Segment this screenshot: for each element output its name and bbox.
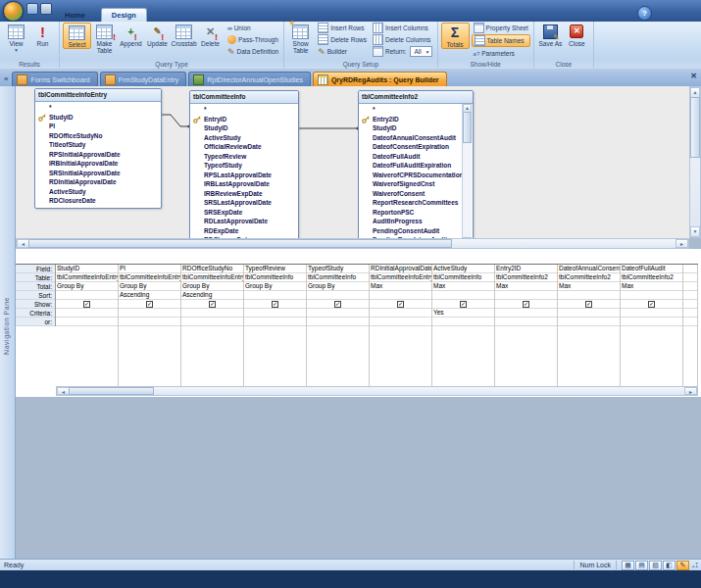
navigation-pane-collapsed[interactable]: Navigation Pane — [0, 86, 16, 559]
field-item-EntryID[interactable]: EntryID — [190, 115, 298, 124]
show-checkbox[interactable]: ✓ — [334, 301, 341, 308]
append-button[interactable]: +! Append — [118, 23, 144, 47]
make-table-button[interactable]: ! Make Table — [91, 23, 118, 54]
tab-home[interactable]: Home — [55, 9, 95, 22]
grid-cell-total[interactable]: Max — [370, 282, 431, 291]
grid-cell-field[interactable]: DateofAnnualConsentAudit — [558, 265, 620, 273]
grid-cell-sort[interactable]: Ascending — [119, 291, 180, 300]
field-item-Entry2ID[interactable]: Entry2ID — [359, 115, 463, 124]
field-item-StudyID[interactable]: StudyID — [35, 113, 161, 122]
show-checkbox[interactable]: ✓ — [648, 301, 655, 308]
property-sheet-button[interactable]: Property Sheet — [472, 23, 530, 33]
field-item-StudyID[interactable]: StudyID — [359, 123, 463, 133]
grid-cell-field[interactable]: StudyID — [56, 265, 118, 273]
show-checkbox[interactable]: ✓ — [523, 301, 529, 308]
grid-cell-total[interactable]: Group By — [56, 282, 118, 291]
scroll-thumb[interactable] — [690, 97, 700, 158]
document-tab-4[interactable]: QryRDRegAudits : Query Builder — [313, 72, 447, 86]
grid-cell-empty[interactable] — [683, 318, 697, 326]
field-item-star[interactable]: * — [35, 103, 161, 113]
field-item-TypeofStudy[interactable]: TypeofStudy — [190, 161, 298, 171]
crosstab-button[interactable]: Crosstab — [171, 23, 197, 47]
grid-cell-sort[interactable] — [621, 291, 682, 300]
grid-cell-sort[interactable] — [432, 291, 494, 300]
document-tab-1[interactable]: Forms Switchboard — [12, 72, 97, 86]
tab-design[interactable]: Design — [101, 8, 147, 22]
grid-cell-field[interactable]: RDInitialApprovalDate — [370, 265, 431, 273]
field-item-SRSInitialApprovalDate[interactable]: SRSInitialApprovalDate — [35, 169, 161, 178]
grid-cell-field[interactable]: Entry2ID — [495, 265, 557, 273]
field-item-ActiveStudy[interactable]: ActiveStudy — [190, 133, 298, 143]
show-checkbox[interactable]: ✓ — [272, 301, 278, 308]
grid-cell-empty[interactable] — [683, 291, 697, 300]
diagram-vertical-scrollbar[interactable]: ▲ ▼ — [689, 86, 701, 238]
view-button-datasheet-view[interactable]: ▦ — [622, 561, 634, 570]
grid-cell-table[interactable]: tblCommitteeInfo — [307, 273, 369, 282]
field-item-star[interactable]: * — [190, 105, 298, 115]
scroll-thumb[interactable] — [463, 112, 472, 143]
field-item-RDClosureDate[interactable]: RDClosureDate — [35, 196, 161, 206]
grid-cell-criteria[interactable] — [181, 309, 243, 318]
field-item-ReportResearchCommittees[interactable]: ReportResearchCommittees — [359, 198, 463, 208]
grid-cell-criteria[interactable] — [244, 309, 306, 318]
field-item-AuditInProgress[interactable]: AuditInProgress — [359, 217, 463, 226]
grid-cell-or[interactable] — [432, 318, 494, 326]
scroll-thumb[interactable] — [28, 239, 452, 248]
run-button[interactable]: ! Run — [29, 23, 56, 47]
field-list-title[interactable]: tblCommitteeInfo — [190, 91, 298, 104]
field-item-DateofConsentExpiration[interactable]: DateofConsentExpiration — [359, 142, 463, 152]
show-checkbox[interactable]: ✓ — [83, 301, 90, 308]
field-item-SRSExpDate[interactable]: SRSExpDate — [190, 208, 298, 218]
scroll-down-arrow[interactable]: ▼ — [690, 226, 700, 237]
grid-cell-total[interactable]: Group By — [119, 282, 180, 291]
diagram-horizontal-scrollbar[interactable]: ◄ ► — [16, 238, 689, 249]
grid-cell-total[interactable]: Group By — [181, 282, 243, 291]
data-definition-button[interactable]: ✎ Data Definition — [225, 46, 280, 57]
totals-button[interactable]: Σ Totals — [441, 23, 470, 49]
grid-cell-criteria[interactable] — [370, 309, 431, 318]
help-icon[interactable]: ? — [637, 6, 652, 21]
document-close-icon[interactable]: ✕ — [690, 72, 697, 80]
field-item-DateofFullAuditExpiration[interactable]: DateofFullAuditExpiration — [359, 161, 463, 171]
grid-cell-total[interactable]: Max — [495, 282, 557, 291]
field-item-SRSLastApprovalDate[interactable]: SRSLastApprovalDate — [190, 198, 298, 208]
field-item-RDOfficeStudyNo[interactable]: RDOfficeStudyNo — [35, 131, 161, 141]
document-tab-2[interactable]: FrmStudyDataEntry — [100, 72, 186, 86]
grid-cell-sort[interactable] — [495, 291, 557, 300]
field-item-PI[interactable]: PI — [35, 122, 161, 131]
scroll-right-arrow[interactable]: ► — [684, 387, 697, 395]
field-item-ReportonPSC[interactable]: ReportonPSC — [359, 208, 463, 218]
grid-cell-criteria[interactable]: Yes — [432, 309, 494, 318]
table-names-button[interactable]: Table Names — [472, 34, 530, 47]
grid-cell-field[interactable]: ActiveStudy — [432, 265, 494, 273]
grid-cell-field[interactable]: DateofFullAudit — [621, 265, 682, 273]
grid-cell-table[interactable]: tblCommitteeInfo2 — [558, 273, 620, 282]
field-item-RDLastApprovalDate[interactable]: RDLastApprovalDate — [190, 217, 298, 226]
delete-query-button[interactable]: ✕! Delete — [197, 23, 224, 47]
close-button[interactable]: ✕ Close — [564, 23, 590, 47]
grid-cell-sort[interactable] — [307, 291, 369, 300]
grid-cell-empty[interactable] — [683, 282, 697, 291]
grid-cell-table[interactable]: tblCommitteeInfoEntry — [370, 273, 431, 282]
field-item-TypeofReview[interactable]: TypeofReview — [190, 152, 298, 162]
field-list-title[interactable]: tblCommitteeInfoEntry — [35, 89, 161, 102]
field-item-TitleofStudy[interactable]: TitleofStudy — [35, 140, 161, 150]
grid-cell-criteria[interactable] — [56, 309, 118, 318]
grid-cell-field[interactable]: TypeofStudy — [307, 265, 369, 273]
field-item-WaiverofCPRSDocumentation[interactable]: WaiverofCPRSDocumentation — [359, 171, 463, 180]
grid-horizontal-scrollbar[interactable]: ◄ ► — [56, 386, 698, 396]
grid-cell-total[interactable]: Group By — [244, 282, 306, 291]
field-item-IRBInitialApprovalDate[interactable]: IRBInitialApprovalDate — [35, 159, 161, 169]
grid-cell-total[interactable]: Max — [621, 282, 682, 291]
grid-cell-empty[interactable] — [683, 265, 697, 273]
field-item-RPSInitialApprovalDate[interactable]: RPSInitialApprovalDate — [35, 150, 161, 160]
field-list-scrollbar[interactable]: ▲▼ — [462, 104, 472, 238]
grid-cell-sort[interactable]: Ascending — [181, 291, 243, 300]
grid-cell-table[interactable]: tblCommitteeInfo — [244, 273, 306, 282]
grid-cell-total[interactable]: Group By — [307, 282, 369, 291]
view-button-pivotchart-view[interactable]: ▧ — [649, 561, 662, 570]
shutter-bar-chevron-icon[interactable]: « — [4, 74, 8, 83]
grid-cell-sort[interactable] — [244, 291, 306, 300]
grid-cell-table[interactable]: tblCommitteeInfoEntry — [119, 273, 180, 282]
grid-cell-empty[interactable] — [683, 273, 697, 282]
